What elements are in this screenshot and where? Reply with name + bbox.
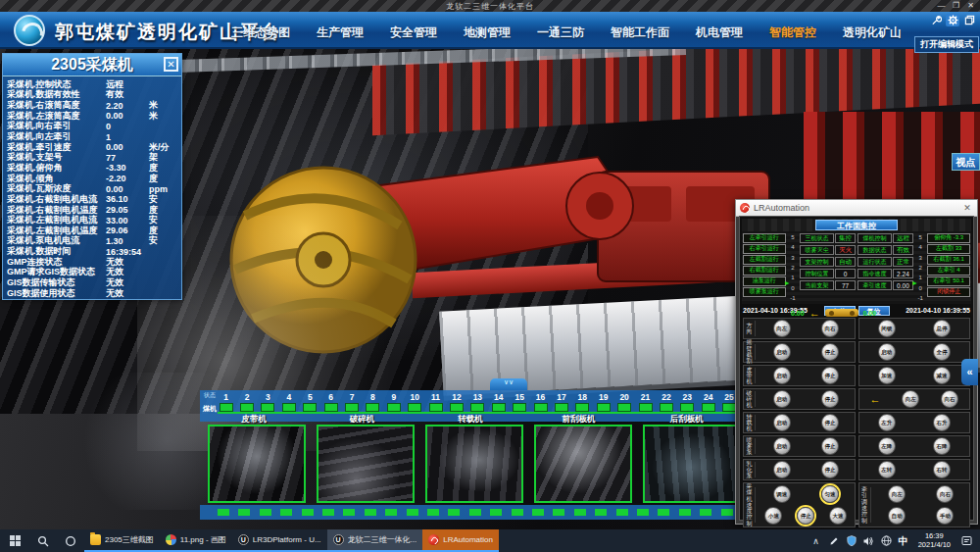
control-button[interactable]: 左升: [878, 414, 896, 431]
taskbar-task[interactable]: LRAutomation: [422, 529, 499, 552]
control-button[interactable]: 小速: [764, 507, 782, 525]
status-button[interactable]: 左截割 33: [927, 244, 970, 254]
control-button[interactable]: 向右: [936, 485, 954, 503]
status-button[interactable]: 左截割运行: [743, 255, 786, 265]
support-cell[interactable]: 8: [363, 392, 383, 412]
support-cell[interactable]: 9: [383, 392, 404, 412]
control-button[interactable]: 启动: [773, 437, 791, 455]
notification-icon[interactable]: [960, 534, 972, 548]
taskbar-task[interactable]: 2305三维截图: [84, 529, 160, 552]
control-button[interactable]: 向右: [821, 320, 839, 337]
support-cell[interactable]: 20: [613, 392, 634, 412]
nav-item[interactable]: 透明化矿山: [843, 25, 902, 41]
nav-item[interactable]: 三维态势图: [231, 25, 290, 41]
nav-item[interactable]: 地测管理: [464, 25, 511, 41]
control-button[interactable]: 停止: [821, 414, 839, 431]
control-button[interactable]: 手动: [936, 507, 954, 525]
control-button[interactable]: 启动: [773, 414, 791, 431]
cortana-icon[interactable]: [57, 529, 84, 552]
control-button[interactable]: 向右: [941, 390, 958, 408]
taskbar-task[interactable]: 11.png - 画图: [160, 529, 232, 552]
security-shield-icon[interactable]: [846, 534, 858, 548]
support-cell[interactable]: 21: [635, 392, 656, 412]
viewpoint-tab[interactable]: 视点: [952, 153, 980, 171]
control-button[interactable]: 启动: [773, 390, 791, 408]
support-cell[interactable]: 6: [320, 392, 341, 412]
tab-workface-control[interactable]: 工作面集控: [815, 220, 898, 230]
control-button[interactable]: 大速: [829, 507, 847, 525]
control-button[interactable]: 闭锁: [878, 320, 896, 337]
support-cell[interactable]: 18: [572, 392, 593, 412]
tray-chevron-up-icon[interactable]: ∧: [810, 534, 822, 548]
control-button[interactable]: 启动: [773, 343, 791, 361]
nav-item[interactable]: 生产管理: [317, 25, 364, 41]
camera-thumbnail[interactable]: [534, 425, 632, 503]
support-cell[interactable]: 16: [530, 392, 551, 412]
close-icon[interactable]: ✕: [164, 57, 178, 72]
maximize-icon[interactable]: ❐: [949, 0, 963, 12]
control-button[interactable]: 右降: [933, 437, 951, 455]
camera-thumbnail[interactable]: [317, 425, 415, 503]
status-button[interactable]: 右牵引 50.1: [927, 276, 970, 286]
support-cell[interactable]: 15: [509, 392, 529, 412]
support-cell[interactable]: 17: [551, 392, 571, 412]
support-cell[interactable]: 13: [467, 392, 488, 412]
control-button[interactable]: 减速: [933, 367, 951, 384]
control-button[interactable]: 停止: [821, 437, 839, 455]
camera-thumbnail[interactable]: [643, 425, 741, 503]
control-button[interactable]: 停止: [821, 461, 839, 478]
camera-thumbnail[interactable]: [208, 425, 306, 503]
pen-icon[interactable]: [828, 534, 840, 548]
status-button[interactable]: 油泵运行: [743, 276, 786, 286]
control-button[interactable]: 向左: [888, 485, 906, 503]
control-button[interactable]: 右转: [933, 461, 951, 478]
wrench-icon[interactable]: [929, 14, 943, 26]
chevron-down-icon[interactable]: ∨∨: [490, 378, 527, 390]
nav-item[interactable]: 机电管理: [696, 25, 743, 41]
support-cell[interactable]: 10: [405, 392, 425, 412]
status-button[interactable]: 右截割 36.1: [927, 255, 970, 265]
start-button[interactable]: [0, 529, 29, 552]
speaker-icon[interactable]: [863, 534, 875, 548]
control-button[interactable]: 停止: [821, 367, 839, 384]
status-button[interactable]: 右截割运行: [743, 266, 786, 276]
minimize-icon[interactable]: —: [934, 0, 949, 12]
support-cell[interactable]: 1: [216, 392, 236, 412]
nav-item[interactable]: 智能管控: [769, 25, 816, 41]
control-button[interactable]: 启动: [773, 461, 791, 478]
lr-titlebar[interactable]: LRAutomation ✕: [736, 200, 977, 217]
support-cell[interactable]: 4: [278, 392, 299, 412]
control-button[interactable]: 自动: [888, 507, 906, 525]
support-cell[interactable]: 3: [258, 392, 278, 412]
control-button-selected[interactable]: 匀速: [821, 485, 839, 503]
control-button[interactable]: 调速: [773, 485, 791, 503]
nav-item[interactable]: 一通三防: [537, 25, 584, 41]
close-icon[interactable]: ✕: [961, 203, 973, 213]
support-cell[interactable]: 23: [677, 392, 698, 412]
ime-indicator[interactable]: 中: [899, 534, 908, 548]
status-button[interactable]: 右牵引运行: [743, 244, 786, 254]
nav-item[interactable]: 智能工作面: [611, 25, 669, 41]
nav-item[interactable]: 安全管理: [390, 25, 437, 41]
support-cell[interactable]: 19: [593, 392, 613, 412]
control-button[interactable]: 总停: [933, 320, 951, 337]
control-button[interactable]: 停止: [821, 343, 839, 361]
gear-icon[interactable]: [946, 14, 959, 26]
control-button[interactable]: 加速: [878, 367, 896, 384]
support-cell[interactable]: 11: [425, 392, 446, 412]
control-button[interactable]: 向左: [902, 390, 919, 408]
control-button[interactable]: 向左: [773, 320, 791, 337]
network-globe-icon[interactable]: [881, 534, 893, 548]
control-button[interactable]: 停止: [821, 390, 839, 408]
support-cell[interactable]: 5: [300, 392, 320, 412]
taskbar-task[interactable]: 龙软二三维一体化...: [327, 529, 423, 552]
support-cell[interactable]: 2: [236, 392, 257, 412]
status-button[interactable]: 左牵引 4: [927, 266, 970, 276]
collapse-panel-chevron[interactable]: «: [961, 359, 978, 385]
close-icon[interactable]: ✕: [963, 0, 978, 12]
control-button-selected[interactable]: 停止: [797, 507, 814, 525]
status-button[interactable]: 左牵引运行: [743, 233, 786, 243]
open-edit-mode-button[interactable]: 打开编辑模式: [914, 36, 979, 53]
camera-thumbnail[interactable]: [425, 425, 523, 503]
support-cell[interactable]: 22: [656, 392, 676, 412]
